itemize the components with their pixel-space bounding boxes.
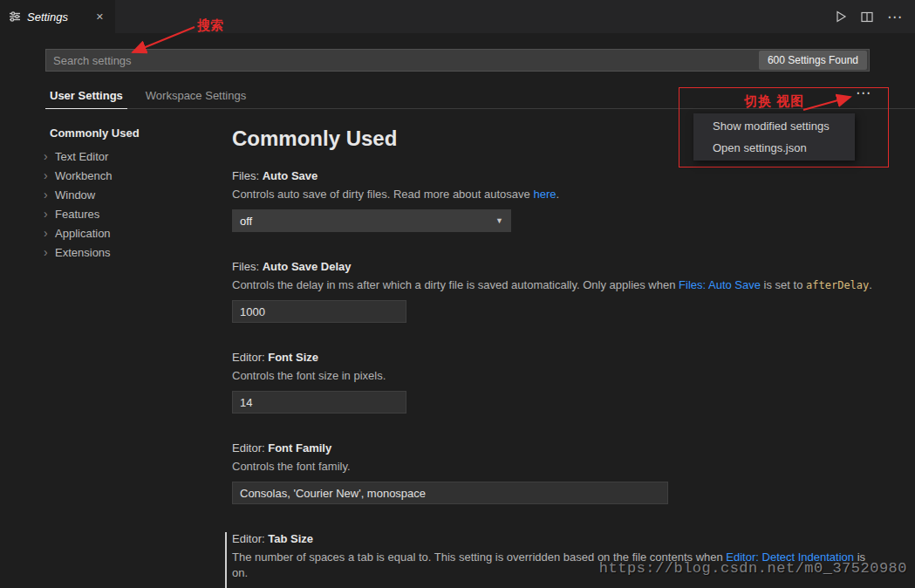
chevron-right-icon: › [44,150,51,162]
chevron-right-icon: › [44,208,51,220]
split-editor-icon[interactable] [861,11,873,23]
setting-category: Editor: [232,351,265,364]
toc-item-label: Features [55,208,99,221]
desc-text: . [869,278,872,291]
editor-tab-bar: Settings ✕ ⋯ [0,0,915,33]
chevron-right-icon: › [44,227,51,239]
auto-save-delay-input[interactable] [232,300,406,323]
toc-header-commonly-used[interactable]: Commonly Used [50,126,232,140]
desc-text: . [556,188,559,201]
settings-toc: Commonly Used › Text Editor › Workbench … [0,126,232,588]
search-input[interactable] [46,54,759,67]
vscode-window: Settings ✕ ⋯ 600 Settings Found User Set… [0,0,915,588]
chevron-right-icon: › [44,188,51,201]
setting-category: Files: [232,260,259,273]
setting-editor-font-size: Editor: Font Size Controls the font size… [232,351,880,414]
annotation-search-label: 搜索 [197,17,223,34]
autosave-here-link[interactable]: here [533,188,556,201]
setting-title: Editor: Font Size [232,351,880,365]
run-icon[interactable] [836,10,847,23]
toc-item-application[interactable]: › Application [44,223,232,243]
more-actions-icon[interactable]: ⋯ [887,8,903,26]
files-auto-save-link[interactable]: Files: Auto Save [679,278,761,291]
setting-title: Editor: Font Family [232,441,880,455]
chevron-down-icon: ▼ [495,216,503,225]
desc-code: afterDelay [806,279,869,291]
setting-description: Controls the font family. [232,459,880,475]
settings-context-menu: Show modified settings Open settings.jso… [693,113,855,161]
setting-name: Tab Size [268,532,313,545]
tab-settings[interactable]: Settings ✕ [0,0,115,33]
setting-description: Controls auto save of dirty files. Read … [232,187,880,202]
menu-item-show-modified-settings[interactable]: Show modified settings [693,115,855,137]
desc-text: Controls the font family. [232,460,351,473]
settings-search-bar: 600 Settings Found [45,49,870,72]
setting-title: Editor: Tab Size [232,532,880,546]
tab-title: Settings [27,10,87,24]
close-icon[interactable]: ✕ [93,10,106,24]
toc-item-text-editor[interactable]: › Text Editor [44,147,232,166]
setting-category: Editor: [232,532,265,545]
editor-actions: ⋯ [836,0,915,33]
chevron-right-icon: › [44,246,51,258]
tab-workspace-settings[interactable]: Workspace Settings [141,85,250,108]
setting-title: Files: Auto Save Delay [232,260,880,274]
setting-category: Files: [232,169,259,182]
settings-more-actions-icon[interactable]: ⋯ [856,84,871,102]
annotation-switch-view-label: 切换 视图 [744,93,804,110]
setting-name: Auto Save Delay [263,260,352,273]
desc-text: Controls the delay in ms after which a d… [232,278,679,291]
toc-item-label: Workbench [55,169,113,182]
font-family-input[interactable] [232,482,668,504]
desc-text: Controls the font size in pixels. [232,369,386,382]
setting-title: Files: Auto Save [232,169,880,183]
toc-item-label: Window [55,188,95,202]
toc-item-workbench[interactable]: › Workbench [44,166,232,185]
auto-save-select[interactable]: off ▼ [232,209,511,232]
setting-name: Font Size [268,351,318,364]
setting-description: Controls the delay in ms after which a d… [232,277,880,293]
toc-item-label: Extensions [55,246,111,259]
watermark: https://blog.csdn.net/m0_37520980 [599,560,907,577]
setting-files-auto-save-delay: Files: Auto Save Delay Controls the dela… [232,260,880,323]
setting-category: Editor: [232,441,265,455]
font-size-input[interactable] [232,391,406,414]
setting-editor-font-family: Editor: Font Family Controls the font fa… [232,441,880,504]
setting-name: Auto Save [263,169,318,182]
tab-user-settings[interactable]: User Settings [45,85,127,109]
toc-item-label: Text Editor [55,150,108,163]
setting-files-auto-save: Files: Auto Save Controls auto save of d… [232,169,880,232]
toc-item-extensions[interactable]: › Extensions [44,243,232,262]
menu-item-open-settings-json[interactable]: Open settings.json [693,137,855,159]
desc-text: Controls auto save of dirty files. Read … [232,188,533,201]
select-value: off [240,215,252,228]
desc-text: is set to [761,278,806,291]
toc-item-features[interactable]: › Features [44,204,232,223]
setting-name: Font Family [268,441,331,455]
toc-item-window[interactable]: › Window [44,185,232,204]
settings-count-badge: 600 Settings Found [759,51,867,70]
settings-list: Commonly Used Files: Auto Save Controls … [232,126,915,588]
settings-tab-icon [9,10,21,23]
setting-description: Controls the font size in pixels. [232,368,880,384]
chevron-right-icon: › [44,169,51,181]
toc-item-label: Application [55,227,111,240]
settings-body: Commonly Used › Text Editor › Workbench … [0,109,915,588]
